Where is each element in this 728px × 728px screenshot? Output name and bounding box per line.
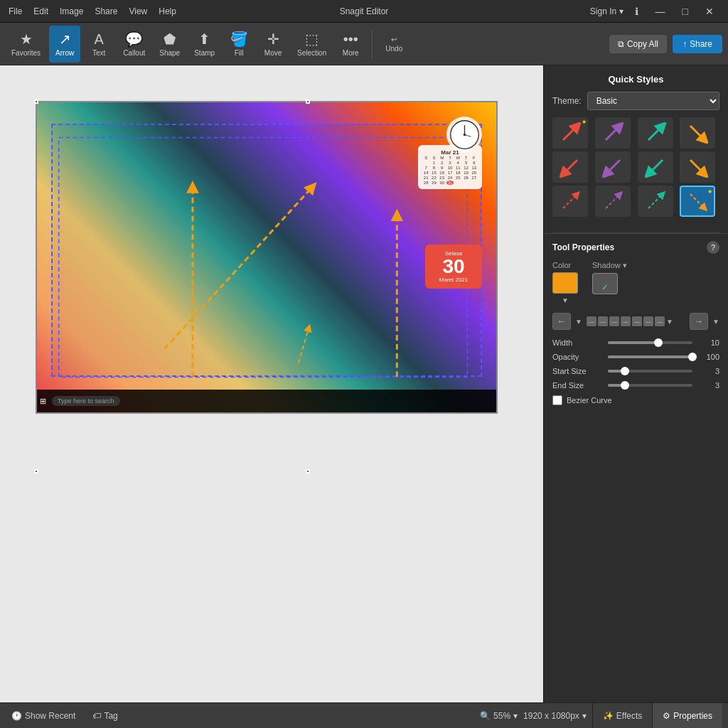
width-slider[interactable] <box>608 341 692 344</box>
tool-properties-header: Tool Properties ? <box>552 241 719 254</box>
style-item-7[interactable] <box>638 151 673 183</box>
style-item-10[interactable] <box>595 186 631 217</box>
menu-view[interactable]: View <box>129 6 147 16</box>
svg-line-14 <box>606 160 620 174</box>
callout-button[interactable]: 💬 Callout <box>117 26 151 63</box>
canvas-area[interactable]: ⊞ Type here to search <box>0 65 543 702</box>
handle-tl[interactable] <box>34 100 38 104</box>
style-item-9[interactable] <box>552 186 588 217</box>
shadow-label[interactable]: Shadow ▾ <box>592 261 627 270</box>
menu-file[interactable]: File <box>9 6 22 16</box>
resolution-dropdown-icon[interactable]: ▾ <box>582 711 587 721</box>
handle-bl[interactable] <box>34 469 38 473</box>
effects-tab[interactable]: ✨ Effects <box>592 703 652 728</box>
style-item-8[interactable] <box>680 151 715 183</box>
opacity-label: Opacity <box>552 353 602 361</box>
svg-line-9 <box>563 126 577 140</box>
show-recent-button[interactable]: 🕐 Show Recent <box>6 708 81 724</box>
style-item-12[interactable]: ★ <box>680 186 715 217</box>
main-toolbar: ★ Favorites ↗ Arrow A Text 💬 Callout ⬟ S… <box>0 23 728 65</box>
line-dropdown-icon[interactable]: ▼ <box>666 318 673 326</box>
opacity-slider[interactable] <box>608 355 692 358</box>
style-item-2[interactable] <box>595 117 631 149</box>
callout-label: Callout <box>123 49 145 57</box>
line-style-7[interactable]: — <box>655 316 665 326</box>
handle-br[interactable] <box>306 469 310 473</box>
undo-button[interactable]: ↩ Undo <box>378 26 410 63</box>
style-item-4[interactable] <box>680 117 715 149</box>
start-size-value: 3 <box>698 367 719 375</box>
more-label: More <box>343 49 359 57</box>
selection-icon: ⬚ <box>305 31 318 48</box>
share-button[interactable]: ↑ Share <box>673 35 722 53</box>
properties-icon: ⚙ <box>663 711 670 721</box>
stamp-button[interactable]: ⬆ Stamp <box>188 26 220 63</box>
favorites-button[interactable]: ★ Favorites <box>6 26 46 63</box>
start-size-thumb[interactable] <box>621 367 629 375</box>
line-style-6[interactable]: — <box>643 316 653 326</box>
line-style-row: — — — — — — — ▼ <box>587 316 685 326</box>
properties-tab[interactable]: ⚙ Properties <box>652 703 722 728</box>
bezier-checkbox[interactable] <box>552 395 562 405</box>
arrow-head-dropdown[interactable]: ▼ <box>575 318 582 326</box>
start-size-slider[interactable] <box>608 370 692 373</box>
info-icon[interactable]: ℹ <box>629 4 644 18</box>
more-button[interactable]: ••• More <box>335 26 366 63</box>
menu-image[interactable]: Image <box>60 6 83 16</box>
favorites-label: Favorites <box>11 49 41 57</box>
style-item-5[interactable] <box>552 151 588 183</box>
arrow-end-dropdown[interactable]: ▼ <box>712 318 719 326</box>
end-size-thumb[interactable] <box>621 381 629 390</box>
shadow-swatch[interactable]: ✓ <box>592 273 618 294</box>
theme-select[interactable]: Basic <box>587 92 719 110</box>
arrow-start-button[interactable]: ← <box>552 313 571 330</box>
zoom-dropdown-icon[interactable]: ▾ <box>513 711 518 721</box>
color-label: Color <box>552 261 578 269</box>
line-style-4[interactable]: — <box>621 316 631 326</box>
menu-share[interactable]: Share <box>95 6 117 16</box>
color-shadow-row: Color ▼ Shadow ▾ ✓ <box>552 261 719 304</box>
arrow-button[interactable]: ↗ Arrow <box>49 26 80 63</box>
width-fill <box>608 341 658 344</box>
menu-edit[interactable]: Edit <box>33 6 48 16</box>
menu-help[interactable]: Help <box>159 6 176 16</box>
star-icon: ★ <box>20 31 33 48</box>
style-item-1[interactable]: ★ <box>552 117 588 149</box>
width-slider-row: Width 10 <box>552 338 719 347</box>
opacity-thumb[interactable] <box>688 353 697 361</box>
resolution-control[interactable]: 1920 x 1080px ▾ <box>523 711 587 721</box>
end-size-slider[interactable] <box>608 384 692 387</box>
zoom-control[interactable]: 🔍 55% ▾ <box>480 711 518 721</box>
line-style-1[interactable]: — <box>587 316 596 326</box>
copy-all-button[interactable]: ⧉ Copy All <box>609 35 667 53</box>
color-swatch[interactable] <box>552 272 578 294</box>
minimize-button[interactable]: — <box>650 4 671 18</box>
move-button[interactable]: ✛ Move <box>257 26 289 63</box>
tag-button[interactable]: 🏷 Tag <box>87 708 123 724</box>
handle-tr[interactable] <box>306 100 310 104</box>
selection-button[interactable]: ⬚ Selection <box>291 26 332 63</box>
help-button[interactable]: ? <box>707 241 719 254</box>
width-label: Width <box>552 338 602 347</box>
arrow-end-button[interactable]: → <box>690 313 708 330</box>
shape-button[interactable]: ⬟ Shape <box>154 26 186 63</box>
maximize-button[interactable]: □ <box>677 4 694 18</box>
opacity-slider-row: Opacity 100 <box>552 353 719 361</box>
line-style-3[interactable]: — <box>609 316 619 326</box>
copy-all-icon: ⧉ <box>618 39 624 49</box>
line-style-5[interactable]: — <box>632 316 642 326</box>
width-thumb[interactable] <box>654 338 663 347</box>
start-size-slider-row: Start Size 3 <box>552 367 719 375</box>
svg-line-19 <box>648 194 663 208</box>
app-title: Snagit Editor <box>340 6 389 16</box>
close-button[interactable]: ✕ <box>700 4 719 18</box>
shape-icon: ⬟ <box>164 31 176 48</box>
line-style-2[interactable]: — <box>598 316 608 326</box>
fill-button[interactable]: 🪣 Fill <box>223 26 255 63</box>
style-item-3[interactable] <box>638 117 673 149</box>
style-item-11[interactable] <box>638 186 673 217</box>
style-item-6[interactable] <box>595 151 631 183</box>
signin-button[interactable]: Sign In ▾ <box>590 6 623 16</box>
color-dropdown-icon[interactable]: ▼ <box>552 296 578 304</box>
text-button[interactable]: A Text <box>83 26 114 63</box>
